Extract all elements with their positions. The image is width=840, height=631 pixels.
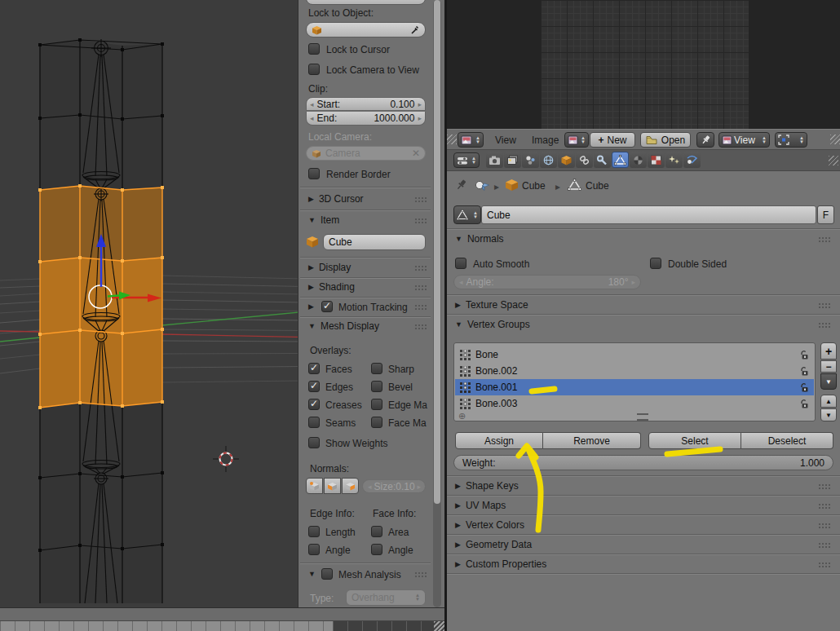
- vertex-groups-list[interactable]: Bone Bone.002 Bone.001 Bone.003 ⊕: [453, 342, 816, 421]
- panel-drag-grip[interactable]: [818, 302, 830, 308]
- open-image-button[interactable]: Open: [640, 132, 691, 148]
- list-resize-handle-icon[interactable]: [637, 413, 648, 421]
- auto-smooth-angle-slider[interactable]: ◂ Angle: 180° ▸: [453, 275, 641, 289]
- edge-marks-checkbox[interactable]: [371, 399, 382, 410]
- unlock-icon[interactable]: [799, 399, 809, 409]
- panel-header-3d-cursor[interactable]: ▶ 3D Cursor: [308, 192, 364, 205]
- area-corner-grip[interactable]: [447, 135, 457, 144]
- area-checkbox[interactable]: [371, 526, 382, 537]
- length-checkbox[interactable]: [308, 526, 320, 537]
- datablock-name-field[interactable]: Cube: [481, 205, 816, 224]
- panel-header-mesh-analysis[interactable]: ▼: [308, 567, 316, 580]
- panel-header-texture-space[interactable]: ▶ Texture Space: [455, 298, 528, 311]
- mesh-analysis-checkbox[interactable]: [321, 568, 333, 580]
- tab-object-data[interactable]: [612, 152, 629, 168]
- panel-drag-grip[interactable]: [818, 322, 830, 328]
- panel-drag-grip[interactable]: [414, 265, 427, 271]
- tab-texture[interactable]: [648, 152, 665, 168]
- unlock-icon[interactable]: [799, 350, 809, 360]
- edges-checkbox[interactable]: [308, 381, 320, 392]
- tab-world[interactable]: [540, 152, 557, 168]
- panel-header-mesh-display[interactable]: ▼ Mesh Display: [308, 320, 379, 333]
- panel-drag-grip[interactable]: [818, 562, 830, 567]
- move-group-down-button[interactable]: ▼: [820, 408, 837, 421]
- assign-button[interactable]: Assign: [455, 432, 543, 449]
- remove-button[interactable]: Remove: [543, 432, 641, 449]
- auto-smooth-checkbox[interactable]: [455, 258, 466, 269]
- area-corner-grip[interactable]: [829, 156, 838, 165]
- weight-slider[interactable]: Weight: 1.000: [453, 455, 833, 470]
- clipped-field-top[interactable]: [306, 0, 426, 5]
- tab-physics[interactable]: [683, 152, 701, 168]
- display-channels-dropdown[interactable]: View ▲▼: [718, 132, 770, 148]
- panel-drag-grip[interactable]: [414, 196, 427, 202]
- pin-image-button[interactable]: [696, 132, 714, 148]
- panel-header-motion-tracking[interactable]: ▶: [308, 300, 314, 313]
- panel-drag-grip[interactable]: [414, 285, 427, 290]
- panel-header-vertex-groups[interactable]: ▼ Vertex Groups: [455, 318, 530, 331]
- panel-drag-grip[interactable]: [414, 304, 427, 310]
- list-item-bone-001-selected[interactable]: Bone.001: [455, 379, 814, 395]
- stepper-left-icon[interactable]: ◂: [310, 100, 314, 108]
- creases-checkbox[interactable]: [308, 399, 320, 410]
- tab-scene[interactable]: [522, 152, 539, 168]
- stepper-left-icon[interactable]: ◂: [368, 483, 372, 491]
- face-angle-checkbox[interactable]: [371, 544, 382, 555]
- clip-end-field[interactable]: ◂ End: 1000.000 ▸: [306, 112, 426, 126]
- add-vertex-group-button[interactable]: +: [820, 342, 837, 360]
- n-panel-scrollbar-track[interactable]: [433, 0, 441, 607]
- tab-render-layers[interactable]: [504, 152, 521, 168]
- panel-header-custom-properties[interactable]: ▶ Custom Properties: [455, 558, 546, 571]
- breadcrumb-object-name[interactable]: Cube: [522, 180, 546, 192]
- stepper-right-icon[interactable]: ▸: [418, 114, 422, 122]
- editor-type-button[interactable]: ▲▼: [453, 152, 480, 168]
- panel-drag-grip[interactable]: [818, 503, 830, 509]
- render-slot-dropdown[interactable]: ▲▼: [775, 132, 807, 148]
- area-resize-grip[interactable]: [434, 621, 444, 631]
- list-item-bone-003[interactable]: Bone.003: [455, 395, 814, 412]
- unlock-icon[interactable]: [799, 382, 809, 393]
- mesh-datablock-browse[interactable]: ▲▼: [453, 205, 481, 224]
- panel-drag-grip[interactable]: [414, 324, 427, 329]
- vertex-group-specials-menu[interactable]: ▼: [820, 373, 837, 390]
- image-datablock-browse[interactable]: ▲▼: [564, 132, 589, 148]
- fake-user-button[interactable]: F: [817, 205, 834, 224]
- analysis-type-dropdown[interactable]: Overhang ▲▼: [346, 589, 426, 606]
- viewport-header-band[interactable]: [0, 607, 444, 621]
- clip-start-field[interactable]: ◂ Start: 0.100 ▸: [306, 97, 426, 111]
- timeline-range-dark[interactable]: [333, 621, 434, 631]
- menu-image[interactable]: Image: [532, 135, 559, 146]
- timeline-strip[interactable]: [0, 621, 444, 631]
- breadcrumb-data-name[interactable]: Cube: [586, 180, 609, 192]
- tab-constraints[interactable]: [576, 152, 593, 168]
- face-marks-checkbox[interactable]: [371, 417, 382, 428]
- panel-header-item[interactable]: ▼ Item: [308, 214, 339, 227]
- menu-view[interactable]: View: [495, 135, 516, 146]
- edge-angle-checkbox[interactable]: [308, 544, 320, 555]
- lock-to-cursor-checkbox[interactable]: [308, 43, 320, 55]
- remove-vertex-group-button[interactable]: −: [820, 360, 837, 373]
- stepper-right-icon[interactable]: ▸: [418, 483, 422, 491]
- stepper-left-icon[interactable]: ◂: [310, 114, 314, 122]
- lock-object-field[interactable]: [306, 22, 426, 38]
- tab-material[interactable]: [630, 152, 647, 168]
- panel-drag-grip[interactable]: [818, 542, 830, 548]
- deselect-button[interactable]: Deselect: [741, 432, 833, 449]
- select-button[interactable]: Select: [648, 432, 741, 449]
- panel-header-uv-maps[interactable]: ▶ UV Maps: [455, 499, 506, 512]
- list-item-bone[interactable]: Bone: [455, 346, 814, 363]
- lock-camera-checkbox[interactable]: [308, 64, 320, 75]
- tab-object[interactable]: [558, 152, 575, 168]
- face-normals-toggle[interactable]: [342, 478, 359, 494]
- new-image-button[interactable]: + New: [590, 132, 635, 148]
- gizmo-y-axis[interactable]: [108, 296, 119, 297]
- panel-header-geometry-data[interactable]: ▶ Geometry Data: [455, 538, 532, 551]
- item-name-field[interactable]: Cube: [323, 234, 426, 250]
- faces-checkbox[interactable]: [308, 363, 320, 374]
- panel-header-normals[interactable]: ▼ Normals: [455, 232, 504, 245]
- panel-drag-grip[interactable]: [818, 523, 830, 528]
- seams-checkbox[interactable]: [308, 417, 320, 428]
- unlock-icon[interactable]: [799, 366, 809, 377]
- render-border-checkbox[interactable]: [308, 168, 320, 179]
- n-panel-scrollbar-handle[interactable]: [434, 0, 440, 504]
